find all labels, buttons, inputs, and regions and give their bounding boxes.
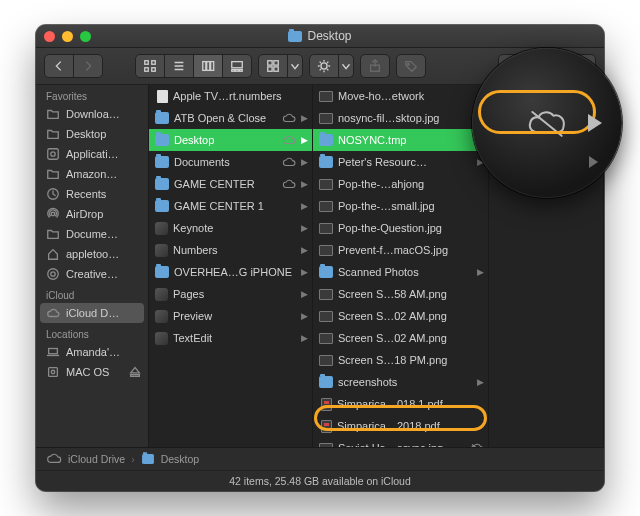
svg-rect-10 [232, 62, 243, 68]
file-row[interactable]: Numbers▶ [149, 239, 312, 261]
sidebar-item[interactable]: Desktop [36, 124, 148, 144]
sidebar-item[interactable]: Recents [36, 184, 148, 204]
file-row[interactable]: Preview▶ [149, 305, 312, 327]
file-row[interactable]: Move-ho…etwork [313, 85, 488, 107]
gallery-view-button[interactable] [223, 55, 251, 77]
file-row[interactable]: Screen S…18 PM.png [313, 349, 488, 371]
file-row[interactable]: Screen S…02 AM.png [313, 305, 488, 327]
svg-point-18 [321, 63, 327, 69]
column-2[interactable]: Move-ho…etworknosync-fil…sktop.jpgNOSYNC… [313, 85, 489, 447]
file-label: Screen S…58 AM.png [338, 288, 484, 300]
sidebar-item[interactable]: Applicati… [36, 144, 148, 164]
file-label: Pop-the-…small.jpg [338, 200, 484, 212]
file-row[interactable]: Prevent-f…macOS.jpg [313, 239, 488, 261]
file-row[interactable]: ATB Open & Close▶ [149, 107, 312, 129]
column-1[interactable]: Apple TV…rt.numbersATB Open & Close▶Desk… [149, 85, 313, 447]
file-row[interactable]: Documents▶ [149, 151, 312, 173]
file-row[interactable]: Simparica…2018.pdf [313, 415, 488, 437]
image-icon [319, 245, 333, 256]
icon-view-button[interactable] [136, 55, 165, 77]
sidebar-item[interactable]: Docume… [36, 224, 148, 244]
tags-button[interactable] [397, 55, 425, 77]
share-button[interactable] [361, 55, 389, 77]
path-segment[interactable]: iCloud Drive [68, 453, 125, 465]
app-icon [155, 244, 168, 257]
file-row[interactable]: Desktop▶ [149, 129, 312, 151]
sidebar-item[interactable]: Creative… [36, 264, 148, 284]
svg-point-37 [51, 272, 55, 276]
file-row[interactable]: OVERHEA…G iPHONE▶ [149, 261, 312, 283]
chevron-right-icon: ▶ [301, 179, 308, 189]
file-label: Desktop [174, 134, 277, 146]
file-row[interactable]: Soviet Ha…osync.jpg [313, 437, 488, 447]
file-label: Pop-the-Question.jpg [338, 222, 484, 234]
close-button[interactable] [44, 31, 55, 42]
sidebar[interactable]: FavoritesDownloa…DesktopApplicati…Amazon… [36, 85, 149, 447]
chevron-right-icon: ▶ [301, 289, 308, 299]
action-button[interactable] [310, 55, 339, 77]
window-title: Desktop [36, 29, 604, 43]
file-row[interactable]: Keynote▶ [149, 217, 312, 239]
arrange-menu-button[interactable] [288, 55, 302, 77]
zoom-button[interactable] [80, 31, 91, 42]
file-row[interactable]: Simparica…018 1.pdf [313, 393, 488, 415]
file-row[interactable]: Peter's Resourc…▶ [313, 151, 488, 173]
file-row[interactable]: nosync-fil…sktop.jpg [313, 107, 488, 129]
file-row[interactable]: NOSYNC.tmp▶ [313, 129, 488, 151]
sidebar-item[interactable]: AirDrop [36, 204, 148, 224]
file-label: Documents [174, 156, 277, 168]
file-row[interactable]: TextEdit▶ [149, 327, 312, 349]
svg-rect-2 [145, 68, 149, 72]
file-row[interactable]: Pop-the-…ahjong [313, 173, 488, 195]
file-row[interactable]: Pages▶ [149, 283, 312, 305]
svg-rect-38 [49, 349, 58, 354]
svg-point-29 [408, 63, 410, 65]
app-icon [155, 310, 168, 323]
minimize-button[interactable] [62, 31, 73, 42]
folder-icon [155, 112, 169, 124]
svg-rect-8 [207, 62, 210, 71]
file-row[interactable]: Screen S…58 AM.png [313, 283, 488, 305]
file-row[interactable]: Scanned Photos▶ [313, 261, 488, 283]
action-menu-button[interactable] [339, 55, 353, 77]
list-view-button[interactable] [165, 55, 194, 77]
svg-rect-42 [131, 375, 140, 377]
svg-line-23 [320, 62, 321, 63]
sidebar-item[interactable]: Amanda'… [36, 342, 148, 362]
sidebar-item-label: Desktop [66, 128, 106, 140]
file-row[interactable]: Pop-the-…small.jpg [313, 195, 488, 217]
file-row[interactable]: GAME CENTER▶ [149, 173, 312, 195]
file-row[interactable]: screenshots▶ [313, 371, 488, 393]
image-icon [319, 311, 333, 322]
chevron-right-icon: ▶ [301, 311, 308, 321]
svg-rect-14 [268, 61, 272, 65]
svg-point-36 [48, 269, 59, 280]
sidebar-section-header: Favorites [36, 85, 148, 104]
back-button[interactable] [45, 55, 74, 77]
folder-icon [319, 376, 333, 388]
file-label: Preview [173, 310, 296, 322]
svg-rect-11 [232, 70, 235, 72]
sidebar-item[interactable]: appletoo… [36, 244, 148, 264]
path-bar[interactable]: iCloud Drive›Desktop [36, 447, 604, 470]
sidebar-item[interactable]: Amazon… [36, 164, 148, 184]
file-row[interactable]: Screen S…02 AM.png [313, 327, 488, 349]
column-view-button[interactable] [194, 55, 223, 77]
svg-point-35 [51, 212, 55, 216]
path-segment[interactable]: Desktop [161, 453, 200, 465]
file-row[interactable]: Apple TV…rt.numbers [149, 85, 312, 107]
eject-icon[interactable] [128, 365, 142, 379]
file-row[interactable]: GAME CENTER 1▶ [149, 195, 312, 217]
sidebar-item[interactable]: iCloud D… [40, 303, 144, 323]
file-label: Keynote [173, 222, 296, 234]
folder-icon [319, 156, 333, 168]
forward-button[interactable] [74, 55, 102, 77]
sidebar-item[interactable]: Downloa… [36, 104, 148, 124]
svg-rect-9 [211, 62, 214, 71]
file-row[interactable]: Pop-the-Question.jpg [313, 217, 488, 239]
file-icon [157, 90, 168, 103]
folder-icon [288, 31, 302, 42]
arrange-button[interactable] [259, 55, 288, 77]
sidebar-item[interactable]: MAC OS [36, 362, 148, 382]
traffic-lights [44, 31, 91, 42]
